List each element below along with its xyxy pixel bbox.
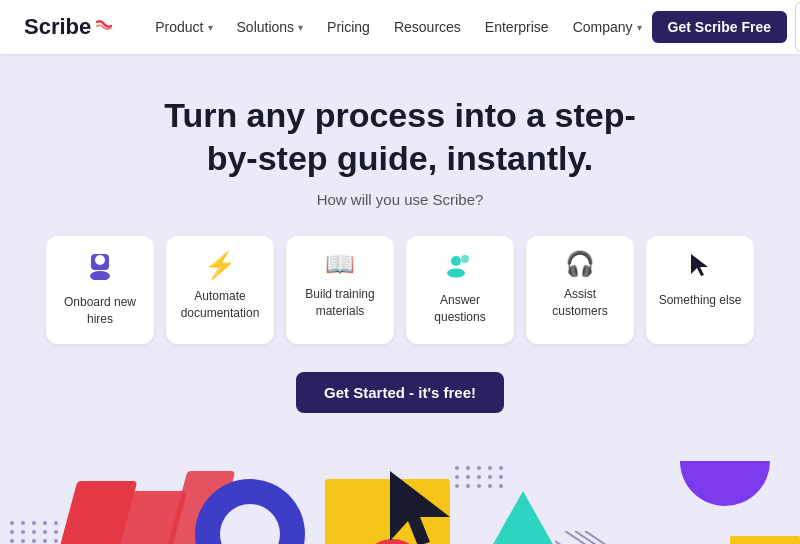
cursor-icon: [687, 252, 713, 282]
book-icon: 📖: [325, 252, 355, 276]
svg-point-5: [447, 269, 465, 278]
use-case-automate-label: Automate documentation: [178, 288, 262, 322]
use-case-cards: Onboard new hires ⚡ Automate documentati…: [20, 236, 780, 344]
purple-half-circle: [680, 461, 770, 506]
get-started-button[interactable]: Get Started - it's free!: [296, 372, 504, 413]
svg-marker-6: [691, 254, 708, 276]
svg-point-3: [451, 256, 461, 266]
cta-section: Get Started - it's free!: [20, 372, 780, 413]
sign-in-button[interactable]: Sign In: [795, 2, 800, 52]
nav-company[interactable]: Company ▾: [563, 13, 652, 41]
nav-pricing[interactable]: Pricing: [317, 13, 380, 41]
svg-line-13: [585, 531, 645, 544]
logo[interactable]: Scribe: [24, 14, 113, 40]
use-case-questions-label: Answer questions: [418, 292, 502, 326]
nav-solutions[interactable]: Solutions ▾: [227, 13, 314, 41]
use-case-training[interactable]: 📖 Build training materials: [286, 236, 394, 344]
illustration-section: [0, 461, 800, 544]
use-case-customers[interactable]: 🎧 Assist customers: [526, 236, 634, 344]
hero-subtitle: How will you use Scribe?: [20, 191, 780, 208]
use-case-onboard-label: Onboard new hires: [58, 294, 142, 328]
use-case-onboard[interactable]: Onboard new hires: [46, 236, 154, 344]
chevron-down-icon: ▾: [298, 22, 303, 33]
use-case-automate[interactable]: ⚡ Automate documentation: [166, 236, 274, 344]
use-case-else-label: Something else: [659, 292, 742, 309]
navbar: Scribe Product ▾ Solutions ▾ Pricing Res…: [0, 0, 800, 54]
use-case-questions[interactable]: Answer questions: [406, 236, 514, 344]
svg-point-2: [90, 271, 110, 280]
use-case-else[interactable]: Something else: [646, 236, 754, 344]
diagonal-lines: [555, 531, 645, 544]
chevron-down-icon: ▾: [637, 22, 642, 33]
svg-point-1: [95, 255, 105, 265]
use-case-customers-label: Assist customers: [538, 286, 622, 320]
nav-enterprise[interactable]: Enterprise: [475, 13, 559, 41]
logo-text: Scribe: [24, 14, 91, 40]
yellow-rect-sm: [730, 536, 800, 544]
hero-title: Turn any process into a step-by-step gui…: [160, 94, 640, 179]
large-cursor-icon: [380, 466, 460, 544]
logo-icon: [95, 19, 113, 35]
svg-marker-7: [390, 471, 450, 544]
nav-links: Product ▾ Solutions ▾ Pricing Resources …: [145, 13, 651, 41]
dots-pattern-right: [455, 466, 505, 488]
hero-section: Turn any process into a step-by-step gui…: [0, 54, 800, 461]
headset-icon: 🎧: [565, 252, 595, 276]
dots-pattern-left: [10, 521, 60, 544]
lightning-icon: ⚡: [204, 252, 236, 278]
svg-line-10: [575, 531, 645, 544]
people-icon: [446, 252, 474, 282]
chevron-down-icon: ▾: [208, 22, 213, 33]
nav-actions: Get Scribe Free Sign In: [652, 2, 800, 52]
nav-resources[interactable]: Resources: [384, 13, 471, 41]
use-case-training-label: Build training materials: [298, 286, 382, 320]
svg-point-4: [461, 255, 469, 263]
nav-product[interactable]: Product ▾: [145, 13, 222, 41]
get-scribe-free-button[interactable]: Get Scribe Free: [652, 11, 788, 43]
user-icon: [87, 252, 113, 284]
